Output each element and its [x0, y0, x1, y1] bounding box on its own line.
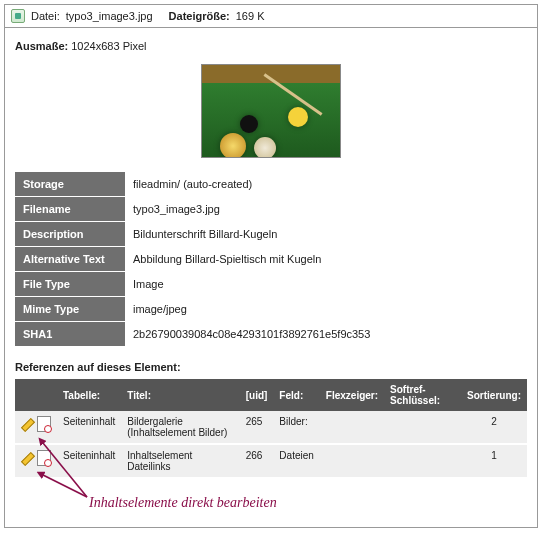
col-softref: Softref-Schlüssel: — [384, 379, 461, 411]
annotation-text: Inhaltselemente direkt bearbeiten — [89, 495, 277, 511]
col-field: Feld: — [273, 379, 319, 411]
ref-softref — [384, 444, 461, 477]
dimensions: Ausmaße: 1024x683 Pixel — [15, 40, 527, 52]
svg-line-0 — [43, 443, 87, 497]
meta-value: fileadmin/ (auto-created) — [125, 172, 385, 197]
meta-value: 2b26790039084c08e4293101f3892761e5f9c353 — [125, 322, 385, 347]
annotation-overlay: Inhaltselemente direkt bearbeiten — [15, 477, 527, 521]
ref-uid: 265 — [240, 411, 274, 444]
file-label: Datei: — [31, 10, 60, 22]
col-sort: Sortierung: — [461, 379, 527, 411]
dimensions-label: Ausmaße: — [15, 40, 68, 52]
ref-field: Bilder: — [273, 411, 319, 444]
meta-key: Storage — [15, 172, 125, 197]
ref-title: Inhaltselement Dateilinks — [121, 444, 239, 477]
file-name: typo3_image3.jpg — [66, 10, 153, 22]
meta-key: Filename — [15, 197, 125, 222]
col-uid: [uid] — [240, 379, 274, 411]
col-flex: Flexzeiger: — [320, 379, 384, 411]
col-title: Titel: — [121, 379, 239, 411]
ref-title: Bildergalerie (Inhaltselement Bilder) — [121, 411, 239, 444]
image-thumbnail[interactable] — [201, 64, 341, 158]
col-blank — [15, 379, 57, 411]
meta-value: Bildunterschrift Billard-Kugeln — [125, 222, 385, 247]
record-icon[interactable] — [37, 416, 51, 432]
metadata-table: Storagefileadmin/ (auto-created)Filename… — [15, 172, 385, 347]
meta-key: Alternative Text — [15, 247, 125, 272]
meta-key: SHA1 — [15, 322, 125, 347]
file-info-panel: Datei: typo3_image3.jpg Dateigröße: 169 … — [4, 4, 538, 528]
ref-flex — [320, 411, 384, 444]
dimensions-value: 1024x683 Pixel — [71, 40, 146, 52]
ref-softref — [384, 411, 461, 444]
edit-icon[interactable] — [21, 417, 35, 431]
references-heading: Referenzen auf dieses Element: — [15, 361, 527, 373]
ref-sort: 2 — [461, 411, 527, 444]
ref-flex — [320, 444, 384, 477]
svg-line-1 — [43, 475, 87, 497]
ref-uid: 266 — [240, 444, 274, 477]
col-table: Tabelle: — [57, 379, 121, 411]
meta-key: File Type — [15, 272, 125, 297]
meta-value: typo3_image3.jpg — [125, 197, 385, 222]
meta-key: Mime Type — [15, 297, 125, 322]
size-value: 169 K — [236, 10, 265, 22]
size-label: Dateigröße: — [169, 10, 230, 22]
image-file-icon — [11, 9, 25, 23]
panel-header: Datei: typo3_image3.jpg Dateigröße: 169 … — [5, 5, 537, 28]
meta-value: Abbildung Billard-Spieltisch mit Kugeln — [125, 247, 385, 272]
meta-value: Image — [125, 272, 385, 297]
ref-field: Dateien — [273, 444, 319, 477]
meta-value: image/jpeg — [125, 297, 385, 322]
ref-sort: 1 — [461, 444, 527, 477]
meta-key: Description — [15, 222, 125, 247]
